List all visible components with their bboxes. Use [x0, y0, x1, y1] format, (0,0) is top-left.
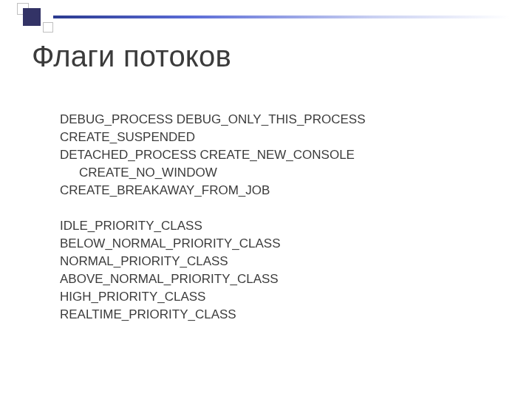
flag-line: DETACHED_PROCESS CREATE_NEW_CONSOLE	[60, 146, 488, 164]
decor-rule	[53, 16, 510, 18]
decor-square-filled	[23, 8, 41, 26]
slide-title: Флаги потоков	[32, 40, 231, 73]
decor-square-small-bottom	[43, 22, 53, 33]
flag-line: DEBUG_PROCESS DEBUG_ONLY_THIS_PROCESS	[60, 111, 488, 129]
flag-line: CREATE_SUSPENDED	[60, 129, 488, 146]
flag-line: IDLE_PRIORITY_CLASS	[60, 217, 488, 235]
flag-line: REALTIME_PRIORITY_CLASS	[60, 306, 488, 324]
flag-line: ABOVE_NORMAL_PRIORITY_CLASS	[60, 270, 488, 288]
flag-line: BELOW_NORMAL_PRIORITY_CLASS	[60, 235, 488, 253]
flag-line-continuation: CREATE_NO_WINDOW	[60, 164, 488, 182]
flag-line: HIGH_PRIORITY_CLASS	[60, 288, 488, 306]
slide: Флаги потоков DEBUG_PROCESS DEBUG_ONLY_T…	[0, 0, 532, 399]
flag-line: NORMAL_PRIORITY_CLASS	[60, 253, 488, 270]
flag-line: CREATE_BREAKAWAY_FROM_JOB	[60, 182, 488, 200]
blank-line	[60, 200, 488, 217]
slide-body: DEBUG_PROCESS DEBUG_ONLY_THIS_PROCESS CR…	[60, 111, 488, 324]
